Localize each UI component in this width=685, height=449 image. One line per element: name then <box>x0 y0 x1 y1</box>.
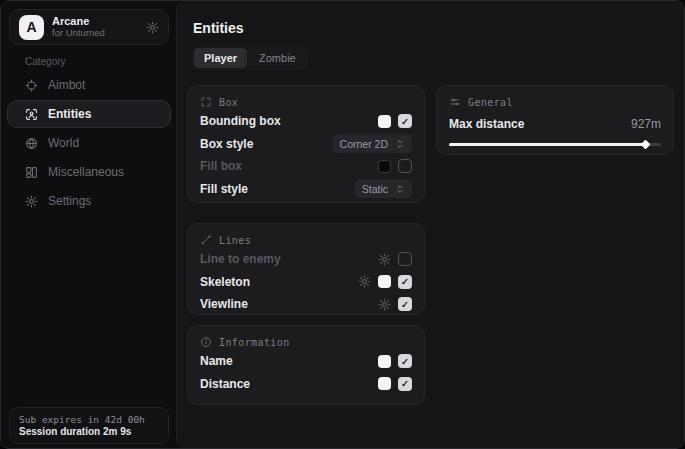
sidebar: A Arcane for Unturned Category Aimbot <box>1 1 176 448</box>
sidebar-nav: Aimbot Entities World Miscellaneous <box>7 71 171 215</box>
main-panel: Entities Player Zombie Box Bounding box … <box>176 1 685 448</box>
box-corners-icon <box>200 96 212 108</box>
sidebar-item-label: Settings <box>48 194 91 208</box>
sidebar-item-label: Miscellaneous <box>48 165 124 179</box>
setting-row-viewline: Viewline ✓ <box>200 295 412 314</box>
session-duration-text: Session duration 2m 9s <box>19 426 159 437</box>
setting-row-max-distance: Max distance 927m <box>449 114 661 133</box>
grid-icon <box>25 166 38 179</box>
page-title: Entities <box>193 20 244 36</box>
section-title-general: General <box>468 97 513 108</box>
settings-gear-icon[interactable] <box>146 21 159 34</box>
max-distance-value: 927m <box>631 117 661 131</box>
app-title: Arcane <box>52 15 138 28</box>
row-label: Distance <box>200 377 250 391</box>
setting-row-skeleton: Skeleton ✓ <box>200 272 412 291</box>
section-title-information: Information <box>219 337 290 348</box>
checkbox-checked[interactable]: ✓ <box>398 297 412 311</box>
sidebar-item-miscellaneous[interactable]: Miscellaneous <box>7 158 171 186</box>
row-label: Max distance <box>449 117 524 131</box>
checkbox-checked[interactable]: ✓ <box>398 275 412 289</box>
setting-row-bounding-box: Bounding box ✓ <box>200 112 412 131</box>
fill-style-dropdown[interactable]: Static <box>355 179 412 198</box>
entity-tabs: Player Zombie <box>192 46 308 70</box>
sidebar-item-settings[interactable]: Settings <box>7 187 171 215</box>
configure-gear-icon[interactable] <box>358 275 371 288</box>
configure-gear-icon[interactable] <box>378 253 391 266</box>
sidebar-item-aimbot[interactable]: Aimbot <box>7 71 171 99</box>
sidebar-item-entities[interactable]: Entities <box>7 100 171 128</box>
arcane-window: A Arcane for Unturned Category Aimbot <box>0 0 685 449</box>
max-distance-slider[interactable] <box>449 140 661 148</box>
section-title-box: Box <box>219 97 238 108</box>
sub-expires-text: Sub expires in 42d 00h <box>19 414 159 425</box>
app-header-card: A Arcane for Unturned <box>9 9 169 45</box>
color-swatch[interactable] <box>378 115 391 128</box>
box-style-dropdown[interactable]: Corner 2D <box>333 134 412 153</box>
info-icon <box>200 336 212 348</box>
section-title-lines: Lines <box>219 235 251 246</box>
slider-thumb[interactable] <box>640 139 650 149</box>
sidebar-item-label: World <box>48 136 79 150</box>
sidebar-item-label: Entities <box>48 107 91 121</box>
globe-icon <box>25 137 38 150</box>
category-label: Category <box>25 56 66 67</box>
sliders-icon <box>449 96 461 108</box>
row-label: Fill box <box>200 159 242 173</box>
row-label: Box style <box>200 137 253 151</box>
setting-row-distance: Distance ✓ <box>200 374 412 393</box>
configure-gear-icon[interactable] <box>378 298 391 311</box>
checkbox-checked[interactable]: ✓ <box>398 377 412 391</box>
row-label: Viewline <box>200 297 248 311</box>
color-swatch[interactable] <box>378 355 391 368</box>
slider-fill <box>449 143 646 146</box>
row-label: Skeleton <box>200 275 250 289</box>
setting-row-box-style: Box style Corner 2D <box>200 134 412 153</box>
lines-section-card: Lines Line to enemy Skeleton <box>187 223 425 315</box>
general-section-card: General Max distance 927m <box>436 85 674 155</box>
tab-player[interactable]: Player <box>194 48 247 68</box>
setting-row-line-to-enemy: Line to enemy <box>200 250 412 269</box>
setting-row-name: Name ✓ <box>200 352 412 371</box>
row-label: Bounding box <box>200 114 281 128</box>
information-section-card: Information Name ✓ Distance ✓ <box>187 325 425 405</box>
setting-row-fill-style: Fill style Static <box>200 179 412 198</box>
row-label: Fill style <box>200 182 248 196</box>
diagonal-line-icon <box>200 234 212 246</box>
sidebar-item-world[interactable]: World <box>7 129 171 157</box>
checkbox-checked[interactable]: ✓ <box>398 354 412 368</box>
color-swatch[interactable] <box>378 275 391 288</box>
scan-person-icon <box>25 108 38 121</box>
chevrons-up-down-icon <box>395 184 405 194</box>
dropdown-value: Static <box>362 183 388 195</box>
checkbox-unchecked[interactable] <box>398 159 412 173</box>
row-label: Name <box>200 354 233 368</box>
dropdown-value: Corner 2D <box>340 138 388 150</box>
gear-icon <box>25 195 38 208</box>
crosshair-icon <box>25 79 38 92</box>
sidebar-item-label: Aimbot <box>48 78 85 92</box>
setting-row-fill-box: Fill box <box>200 157 412 176</box>
app-logo: A <box>19 15 44 40</box>
checkbox-checked[interactable]: ✓ <box>398 114 412 128</box>
app-subtitle: for Unturned <box>52 28 138 39</box>
color-swatch[interactable] <box>378 377 391 390</box>
checkbox-unchecked[interactable] <box>398 252 412 266</box>
chevrons-up-down-icon <box>395 139 405 149</box>
tab-zombie[interactable]: Zombie <box>249 48 306 68</box>
color-swatch[interactable] <box>378 160 391 173</box>
row-label: Line to enemy <box>200 252 281 266</box>
subscription-card: Sub expires in 42d 00h Session duration … <box>9 407 169 444</box>
box-section-card: Box Bounding box ✓ Box style Corner 2D <box>187 85 425 203</box>
